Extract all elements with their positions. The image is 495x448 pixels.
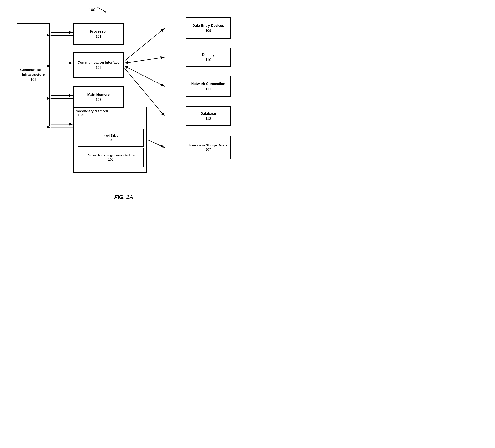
comm-infra-box: Communication Infrastructure 102 <box>17 23 50 126</box>
database-title: Database <box>201 111 216 116</box>
removable-storage-box: Removable Storage Device 107 <box>186 136 231 159</box>
data-entry-box: Data Entry Devices 109 <box>186 17 231 39</box>
database-number: 112 <box>205 117 211 121</box>
network-title: Network Connection <box>191 82 225 86</box>
ref-label-100: 100 <box>89 6 108 13</box>
comm-infra-title: Communication Infrastructure <box>19 68 47 77</box>
display-box: Display 110 <box>186 48 231 67</box>
hard-drive-box: Hard Drive 105 <box>78 129 144 146</box>
removable-drive-box: Removable storage drive/ interface 106 <box>78 148 144 167</box>
processor-number: 101 <box>96 35 101 39</box>
arrow-100-icon <box>96 6 108 13</box>
comm-interface-box: Communication Interface 108 <box>73 53 124 78</box>
hard-drive-number: 105 <box>108 138 113 142</box>
display-number: 110 <box>205 58 211 62</box>
data-entry-title: Data Entry Devices <box>192 24 224 28</box>
svg-line-14 <box>124 66 165 86</box>
data-entry-number: 109 <box>205 29 211 33</box>
diagram-container: 100 <box>17 12 231 190</box>
hard-drive-title: Hard Drive <box>103 134 118 137</box>
comm-interface-number: 108 <box>96 66 101 70</box>
svg-line-13 <box>124 57 165 63</box>
comm-interface-title: Communication Interface <box>78 60 120 65</box>
figure-caption: FIG. 1A <box>0 194 248 200</box>
main-memory-box: Main Memory 103 <box>73 86 124 108</box>
main-memory-number: 103 <box>96 98 101 102</box>
network-box: Network Connection 111 <box>186 76 231 97</box>
database-box: Database 112 <box>186 106 231 126</box>
removable-storage-title: Removable Storage Device <box>189 144 227 147</box>
removable-storage-number: 107 <box>206 148 211 151</box>
display-title: Display <box>202 53 214 57</box>
main-memory-title: Main Memory <box>87 92 110 97</box>
network-number: 111 <box>205 87 211 91</box>
svg-line-16 <box>148 140 165 147</box>
processor-title: Processor <box>90 29 107 34</box>
svg-marker-1 <box>104 11 106 13</box>
removable-drive-title: Removable storage drive/ interface <box>87 154 135 157</box>
processor-box: Processor 101 <box>73 23 124 45</box>
secondary-memory-box: Secondary Memory 104 Hard Drive 105 Remo… <box>73 107 147 173</box>
secondary-memory-number: 104 <box>78 113 83 118</box>
removable-drive-number: 106 <box>108 158 113 161</box>
comm-infra-number: 102 <box>30 78 36 82</box>
secondary-memory-title: Secondary Memory <box>76 109 108 113</box>
svg-line-12 <box>124 28 165 61</box>
